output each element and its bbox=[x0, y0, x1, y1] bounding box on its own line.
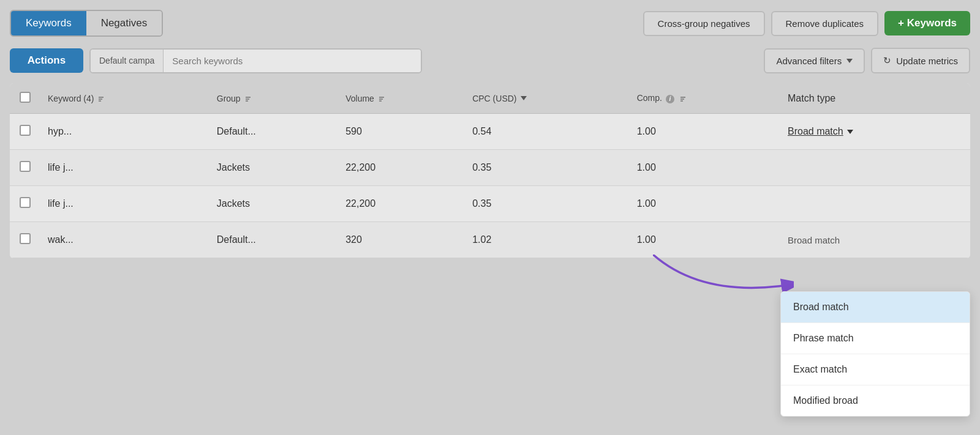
row-checkbox[interactable] bbox=[20, 233, 31, 244]
volume-sort-icon[interactable] bbox=[379, 97, 384, 102]
row-volume: 590 bbox=[338, 114, 465, 150]
row-volume: 22,200 bbox=[338, 186, 465, 222]
row-cpc: 0.35 bbox=[465, 150, 630, 186]
table-wrapper: Keyword (4) Group Volume bbox=[10, 83, 970, 258]
dropdown-option[interactable]: Broad match bbox=[781, 292, 970, 323]
dropdown-option[interactable]: Exact match bbox=[781, 354, 970, 385]
row-comp: 1.00 bbox=[630, 150, 780, 186]
toolbar: Actions Default campa Advanced filters ↻… bbox=[0, 43, 980, 78]
campaign-label: Default campa bbox=[91, 50, 164, 72]
table-row: life j...Jackets22,2000.351.00 bbox=[10, 186, 970, 222]
comp-sort-icon[interactable] bbox=[680, 97, 685, 102]
row-comp: 1.00 bbox=[630, 222, 780, 258]
match-type-dropdown: Broad matchPhrase matchExact matchModifi… bbox=[780, 291, 970, 417]
chevron-down-icon bbox=[846, 59, 853, 63]
dropdown-option[interactable]: Phrase match bbox=[781, 323, 970, 354]
table-row: life j...Jackets22,2000.351.00 bbox=[10, 150, 970, 186]
add-keywords-button[interactable]: + Keywords bbox=[884, 11, 970, 35]
row-keyword: wak... bbox=[40, 222, 209, 258]
cross-group-negatives-button[interactable]: Cross-group negatives bbox=[643, 11, 765, 36]
volume-header[interactable]: Volume bbox=[338, 83, 465, 114]
row-keyword: hyp... bbox=[40, 114, 209, 150]
select-all-header bbox=[10, 83, 40, 114]
cpc-sort-desc-icon[interactable] bbox=[521, 96, 527, 100]
row-checkbox-cell bbox=[10, 186, 40, 222]
group-sort-icon[interactable] bbox=[246, 97, 251, 102]
advanced-filters-label: Advanced filters bbox=[776, 56, 842, 66]
actions-button[interactable]: Actions bbox=[10, 48, 83, 73]
advanced-filters-button[interactable]: Advanced filters bbox=[764, 48, 865, 73]
match-type-value: Broad match bbox=[788, 235, 963, 245]
row-match-type bbox=[780, 150, 970, 186]
row-group: Default... bbox=[209, 222, 338, 258]
row-volume: 22,200 bbox=[338, 150, 465, 186]
row-checkbox-cell bbox=[10, 222, 40, 258]
dropdown-option[interactable]: Modified broad bbox=[781, 385, 970, 416]
cpc-header[interactable]: CPC (USD) bbox=[465, 83, 630, 114]
row-checkbox-cell bbox=[10, 150, 40, 186]
tab-group: Keywords Negatives bbox=[10, 10, 163, 37]
group-header[interactable]: Group bbox=[209, 83, 338, 114]
row-cpc: 0.35 bbox=[465, 186, 630, 222]
tab-negatives[interactable]: Negatives bbox=[86, 11, 162, 35]
keyword-sort-icon[interactable] bbox=[99, 97, 104, 102]
row-checkbox[interactable] bbox=[20, 125, 31, 136]
keyword-header[interactable]: Keyword (4) bbox=[40, 83, 209, 114]
remove-duplicates-button[interactable]: Remove duplicates bbox=[771, 11, 879, 36]
top-bar: Keywords Negatives Cross-group negatives… bbox=[0, 0, 980, 43]
comp-info-icon[interactable]: i bbox=[666, 95, 674, 103]
row-keyword: life j... bbox=[40, 186, 209, 222]
row-match-type bbox=[780, 186, 970, 222]
row-match-type: Broad match bbox=[780, 114, 970, 150]
row-checkbox-cell bbox=[10, 114, 40, 150]
row-comp: 1.00 bbox=[630, 186, 780, 222]
row-comp: 1.00 bbox=[630, 114, 780, 150]
match-type-select-button[interactable]: Broad match bbox=[788, 126, 853, 137]
comp-header[interactable]: Comp. i bbox=[630, 83, 780, 114]
refresh-icon: ↻ bbox=[883, 55, 891, 66]
tab-keywords[interactable]: Keywords bbox=[11, 11, 86, 35]
row-volume: 320 bbox=[338, 222, 465, 258]
keywords-table: Keyword (4) Group Volume bbox=[10, 83, 970, 258]
table-header-row: Keyword (4) Group Volume bbox=[10, 83, 970, 114]
search-group: Default campa bbox=[89, 48, 422, 73]
update-metrics-button[interactable]: ↻ Update metrics bbox=[871, 48, 970, 73]
match-type-header: Match type bbox=[780, 83, 970, 114]
row-group: Jackets bbox=[209, 150, 338, 186]
table-container: Keyword (4) Group Volume bbox=[0, 78, 980, 258]
select-all-checkbox[interactable] bbox=[20, 92, 31, 103]
purple-arrow-annotation bbox=[653, 255, 794, 311]
row-match-type: Broad match bbox=[780, 222, 970, 258]
row-cpc: 0.54 bbox=[465, 114, 630, 150]
search-input[interactable] bbox=[164, 50, 420, 72]
row-keyword: life j... bbox=[40, 150, 209, 186]
table-row: hyp...Default...5900.541.00Broad match bbox=[10, 114, 970, 150]
row-group: Default... bbox=[209, 114, 338, 150]
update-metrics-label: Update metrics bbox=[896, 56, 958, 66]
row-group: Jackets bbox=[209, 186, 338, 222]
row-cpc: 1.02 bbox=[465, 222, 630, 258]
row-checkbox[interactable] bbox=[20, 197, 31, 208]
table-row: wak...Default...3201.021.00Broad match bbox=[10, 222, 970, 258]
row-checkbox[interactable] bbox=[20, 161, 31, 172]
